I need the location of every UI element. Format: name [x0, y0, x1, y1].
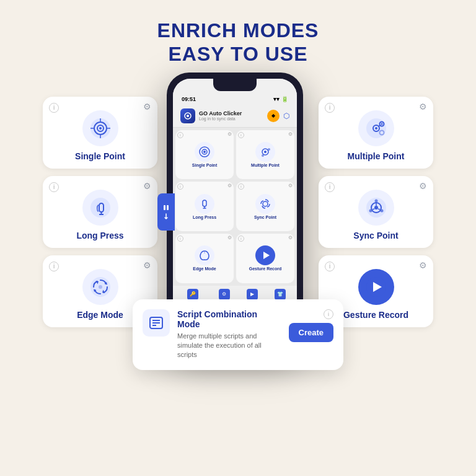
info-icon-edge[interactable]: i — [49, 262, 59, 271]
right-cards: i ⚙ Multiple Point i ⚙ — [319, 97, 433, 327]
cell-gesture-record[interactable]: i ⚙ Gesture Record — [236, 234, 294, 283]
app-logo-area: GO Auto Clicker Log in to sync data — [180, 108, 242, 123]
svg-point-32 — [263, 201, 268, 206]
svg-marker-34 — [263, 252, 270, 259]
cell-gear-single: ⚙ — [227, 131, 232, 137]
cell-info-lp: i — [177, 183, 183, 190]
long-press-label: Long Press — [76, 231, 123, 240]
cell-label-lp: Long Press — [193, 215, 216, 219]
svg-point-21 — [187, 115, 189, 117]
single-point-icon — [82, 110, 118, 146]
long-press-icon — [82, 190, 118, 226]
gear-icon-multi[interactable]: ⚙ — [419, 102, 427, 112]
svg-line-58 — [372, 209, 374, 209]
info-icon-gesture[interactable]: i — [325, 262, 335, 271]
main-layout: i ⚙ Single Point i ⚙ — [0, 73, 476, 351]
gesture-record-icon — [358, 269, 394, 305]
app-header: GO Auto Clicker Log in to sync data ◆ ⬡ — [173, 106, 297, 128]
svg-rect-18 — [164, 205, 165, 210]
info-icon-multi[interactable]: i — [325, 103, 335, 113]
edge-mode-label: Edge Mode — [77, 310, 123, 320]
tutorial-icon: ▶ — [247, 289, 258, 300]
svg-point-52 — [374, 206, 378, 209]
gear-icon-edge[interactable]: ⚙ — [143, 260, 151, 270]
popup-text: Script Combination Mode Merge multiple s… — [177, 309, 281, 360]
settings-icon: ⚙ — [219, 289, 230, 300]
cell-icon-sync — [255, 194, 275, 214]
signal-icons: ▾▾ 🔋 — [273, 96, 288, 102]
headline-line1: ENRICH MODES — [157, 19, 319, 42]
themes-icon: 👕 — [275, 289, 286, 300]
time-display: 09:51 — [182, 96, 196, 102]
info-icon-single[interactable]: i — [49, 103, 59, 113]
svg-point-45 — [375, 127, 377, 130]
cell-long-press[interactable]: i ⚙ Long Press — [175, 182, 234, 231]
page-header: ENRICH MODES EASY TO USE — [157, 0, 319, 66]
popup-info-icon[interactable]: i — [324, 309, 333, 319]
card-single-point[interactable]: i ⚙ Single Point — [43, 97, 157, 169]
app-logo — [180, 108, 195, 123]
cell-info-single: i — [177, 132, 183, 138]
svg-point-24 — [203, 151, 206, 153]
cell-edge-mode[interactable]: i ⚙ Edge Mode — [175, 234, 234, 283]
sync-point-label: Sync Point — [353, 231, 398, 240]
popup-description: Merge multiple scripts and simulate the … — [177, 332, 281, 360]
app-name-area: GO Auto Clicker Log in to sync data — [199, 110, 242, 121]
permissions-icon: 🔑 — [187, 289, 198, 300]
svg-rect-29 — [203, 200, 206, 206]
cell-sync-point[interactable]: i ⚙ Sync Point — [236, 182, 294, 231]
multiple-point-label: Multiple Point — [348, 151, 405, 161]
create-button[interactable]: Create — [289, 323, 333, 342]
gear-icon-sync[interactable]: ⚙ — [419, 181, 427, 191]
multiple-point-icon — [358, 110, 394, 146]
app-subtitle: Log in to sync data — [199, 117, 242, 121]
phone-notch — [213, 79, 257, 91]
gesture-record-label: Gesture Record — [343, 310, 408, 320]
left-cards: i ⚙ Single Point i ⚙ — [43, 97, 157, 327]
sync-point-icon — [358, 190, 394, 226]
share-icon[interactable]: ⬡ — [283, 112, 289, 122]
cell-info-edge: i — [177, 236, 183, 242]
cell-label-single: Single Point — [192, 163, 217, 167]
app-title: GO Auto Clicker — [199, 110, 242, 117]
cell-gear-multi: ⚙ — [288, 131, 293, 137]
modes-grid: i ⚙ Single Point i ⚙ Mul — [173, 128, 297, 286]
gear-icon-single[interactable]: ⚙ — [143, 102, 151, 112]
svg-point-27 — [268, 148, 270, 151]
headline-line2: EASY TO USE — [157, 42, 319, 66]
svg-point-53 — [374, 199, 377, 202]
cell-info-gesture: i — [238, 236, 244, 242]
cell-label-sync: Sync Point — [254, 215, 276, 219]
cell-single-point[interactable]: i ⚙ Single Point — [175, 130, 234, 180]
card-multiple-point[interactable]: i ⚙ Multiple Point — [319, 97, 433, 169]
cell-icon-gesture — [255, 245, 275, 265]
phone-mockup: 09:51 ▾▾ 🔋 GO Auto Clicker Log in to syn… — [167, 73, 309, 351]
card-sync-point[interactable]: i ⚙ Sync Point — [319, 176, 433, 248]
gear-icon-longpress[interactable]: ⚙ — [143, 181, 151, 191]
single-point-label: Single Point — [75, 151, 125, 161]
svg-point-3 — [99, 127, 102, 130]
diamond-icon[interactable]: ◆ — [267, 110, 280, 122]
edge-mode-icon — [82, 269, 118, 305]
cell-label-edge: Edge Mode — [193, 267, 216, 271]
header-icons: ◆ ⬡ — [267, 110, 289, 122]
cell-gear-sync: ⚙ — [288, 183, 293, 188]
cell-multiple-point[interactable]: i ⚙ Multiple Point — [236, 130, 294, 180]
svg-line-57 — [378, 209, 380, 209]
info-icon-longpress[interactable]: i — [49, 182, 59, 192]
cell-icon-multi — [255, 142, 275, 162]
cell-gear-edge: ⚙ — [227, 235, 232, 240]
popup-actions: i Create — [289, 309, 333, 342]
popup-title: Script Combination Mode — [177, 309, 281, 329]
pause-button[interactable] — [157, 193, 175, 231]
gear-icon-gesture[interactable]: ⚙ — [419, 260, 427, 270]
cell-label-multi: Multiple Point — [251, 163, 280, 167]
cell-icon-single — [195, 142, 214, 162]
cell-gear-lp: ⚙ — [227, 183, 232, 188]
card-long-press[interactable]: i ⚙ Long Press — [43, 176, 157, 248]
svg-point-28 — [262, 154, 264, 157]
svg-point-55 — [369, 209, 372, 212]
info-icon-sync[interactable]: i — [325, 182, 335, 192]
svg-rect-19 — [167, 205, 169, 210]
cell-gear-gesture: ⚙ — [288, 235, 293, 240]
